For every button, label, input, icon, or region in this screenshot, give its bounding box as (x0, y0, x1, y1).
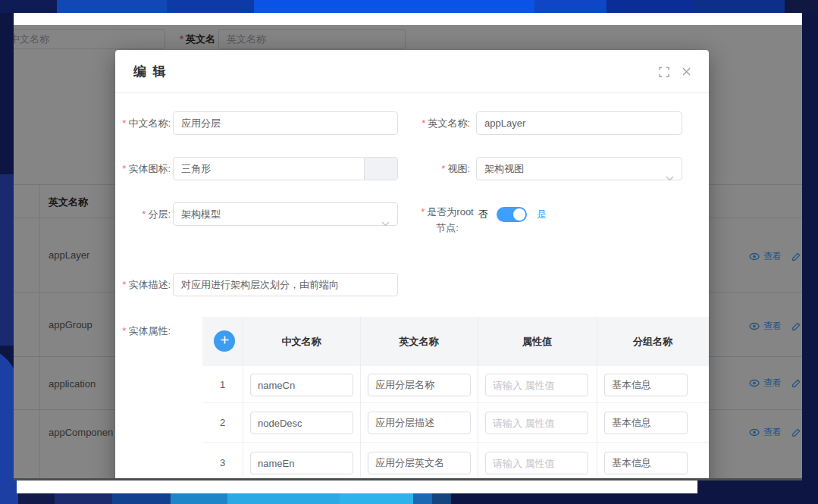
attribute-row: 2 (202, 403, 709, 443)
attribute-table-header: 中文名称 英文名称 属性值 分组名称 (202, 317, 709, 366)
column-header-group: 分组名称 (597, 317, 709, 366)
add-attribute-button[interactable] (214, 330, 235, 352)
attr-cn-name-input[interactable] (250, 374, 353, 396)
deco-segment (785, 0, 818, 13)
attr-group-input[interactable] (604, 412, 688, 434)
attr-en-name-input[interactable] (368, 374, 471, 396)
row-index: 2 (202, 403, 243, 442)
attribute-row: 1 (202, 366, 709, 403)
toggle-knob (513, 208, 525, 221)
required-asterisk: * (122, 325, 126, 337)
cn-name-label: *中文名称: (115, 111, 171, 135)
entity-icon-field (173, 157, 398, 180)
row-index: 3 (202, 443, 243, 478)
deco-left-strip (0, 174, 14, 346)
entity-desc-label: *实体描述: (115, 273, 171, 296)
row-index: 1 (202, 366, 243, 402)
deco-segment (0, 493, 18, 504)
en-name-label: *英文名称: (396, 111, 470, 135)
required-asterisk: * (122, 279, 126, 290)
required-asterisk: * (122, 163, 126, 174)
layer-select-label: *分层: (115, 202, 171, 226)
attribute-table: 中文名称 英文名称 属性值 分组名称 1 (202, 317, 709, 478)
attr-group-input[interactable] (604, 452, 688, 474)
deco-segment (694, 0, 785, 13)
required-asterisk: * (422, 117, 425, 129)
attr-group-input[interactable] (604, 374, 688, 396)
toggle-off-label: 否 (478, 202, 488, 226)
deco-segment (227, 493, 340, 504)
attribute-row: 3 (202, 443, 709, 478)
plus-icon (220, 334, 230, 348)
column-header-value: 属性值 (478, 317, 597, 366)
is-root-label: *是否为root节点: (417, 204, 478, 236)
deco-segment (413, 493, 432, 504)
column-header-cn-name: 中文名称 (243, 317, 360, 366)
browser-chrome-strip (14, 13, 802, 25)
deco-segment (340, 493, 413, 504)
entity-icon-label: *实体图标: (115, 157, 171, 180)
attr-en-name-input[interactable] (368, 452, 471, 474)
en-name-input[interactable] (476, 111, 682, 135)
deco-segment (167, 0, 254, 13)
fullscreen-icon[interactable] (659, 67, 669, 77)
page-content: *英文名 英文名称 appLayer appGroup application … (14, 25, 802, 478)
layer-select[interactable]: 架构模型 (173, 202, 398, 226)
required-asterisk: * (122, 117, 126, 129)
column-header-en-name: 英文名称 (360, 317, 478, 366)
browser-window: *英文名 英文名称 appLayer appGroup application … (14, 13, 802, 481)
attr-value-input[interactable] (485, 452, 588, 474)
chevron-down-icon (381, 212, 390, 234)
edit-dialog: 编 辑 *中文名称: *英文名称: *实体图标: *视图: 架构视图 (115, 50, 709, 478)
is-root-toggle[interactable] (497, 207, 527, 222)
chevron-down-icon (666, 167, 674, 189)
close-icon[interactable] (682, 67, 692, 77)
attr-value-input[interactable] (485, 374, 588, 396)
deco-segment (18, 493, 55, 504)
dialog-header: 编 辑 (115, 50, 709, 93)
attr-cn-name-input[interactable] (250, 452, 353, 474)
cn-name-input[interactable] (173, 111, 398, 135)
icon-picker-button[interactable] (364, 158, 397, 180)
attr-cn-name-input[interactable] (250, 412, 353, 434)
attr-en-name-input[interactable] (368, 412, 471, 434)
required-asterisk: * (142, 208, 146, 220)
toggle-on-label: 是 (537, 202, 547, 226)
deco-segment (55, 493, 112, 504)
deco-segment (57, 0, 167, 13)
required-asterisk: * (421, 206, 425, 218)
required-asterisk: * (441, 163, 445, 174)
deco-segment (254, 0, 534, 13)
deco-segment (171, 493, 227, 504)
deco-segment (112, 493, 171, 504)
deco-segment (606, 0, 694, 13)
deco-segment (0, 0, 57, 13)
view-select-label: *视图: (396, 157, 470, 180)
entity-attrs-label: *实体属性: (115, 317, 171, 339)
window-bottom-band (17, 481, 697, 493)
view-select[interactable]: 架构视图 (476, 157, 682, 180)
entity-desc-input[interactable] (173, 273, 398, 296)
deco-segment (534, 0, 606, 13)
deco-segment (432, 493, 451, 504)
attr-value-input[interactable] (485, 412, 588, 434)
dialog-title: 编 辑 (133, 50, 168, 93)
